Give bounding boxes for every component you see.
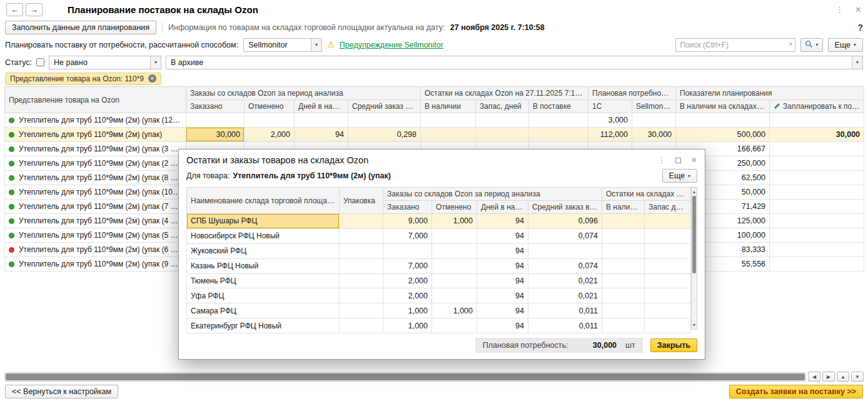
table-row[interactable]: Новосибирск РФЦ Новый7,000940,074 [187,228,691,243]
close-icon[interactable]: ✕ [855,5,862,14]
cell[interactable] [383,243,432,258]
cell[interactable]: 112,000 [588,128,632,142]
cell[interactable]: 1,000 [432,214,477,229]
status-value-combobox[interactable]: В архиве ▾ [166,56,863,69]
cell[interactable]: 94 [477,243,528,258]
cell[interactable] [770,171,864,185]
create-orders-button[interactable]: Создать заявки на поставку >> [729,385,863,398]
cell[interactable] [476,113,529,128]
pack-cell[interactable] [340,214,383,229]
cell[interactable] [602,243,645,258]
cell[interactable]: 1,000 [383,303,432,318]
column-header[interactable]: Дней в наличии [477,201,528,214]
cell[interactable]: 7,000 [383,228,432,243]
cell[interactable] [432,228,477,243]
modal-menu-icon[interactable]: ⋮ [658,156,665,165]
cell[interactable]: 1,000 [383,318,432,333]
warehouse-cell[interactable]: Тюмень РФЦ [187,273,340,288]
column-header[interactable]: В наличии [421,100,476,113]
cell[interactable] [602,303,645,318]
table-row[interactable]: Самара РФЦ1,0001,000940,011 [187,303,691,318]
clear-search-icon[interactable]: × [789,41,793,48]
product-cell[interactable]: Утеплитель для труб 110*9мм (2м) (упак (… [5,228,186,243]
table-row[interactable]: Екатеринбург РФЦ Новый1,000940,011 [187,318,691,333]
product-cell[interactable]: Утеплитель для труб 110*9мм (2м) (упак (… [5,113,186,128]
status-operator-combobox[interactable]: Не равно ▾ [49,56,161,69]
cell[interactable] [602,258,645,273]
more-button[interactable]: Еще ▾ [828,38,863,52]
warehouse-cell[interactable]: Жуковский РФЦ [187,243,340,258]
column-header-pack[interactable]: Упаковка [340,188,383,214]
cell[interactable] [432,288,477,303]
help-icon[interactable]: ? [857,23,863,33]
back-to-settings-button[interactable]: << Вернуться к настройкам [5,385,118,398]
cell[interactable] [676,113,770,128]
cell[interactable] [770,257,864,272]
column-header[interactable]: Отменено [432,201,477,214]
table-row[interactable]: Утеплитель для труб 110*9мм (2м) (упак)3… [5,128,864,142]
table-row[interactable]: Тюмень РФЦ2,000940,021 [187,273,691,288]
horizontal-scrollbar[interactable] [4,372,806,382]
chevron-down-icon[interactable]: ▾ [150,56,161,69]
product-cell[interactable]: Утеплитель для труб 110*9мм (2м) (упак (… [5,214,186,228]
column-header[interactable]: Дней в налич... [295,100,348,113]
cell[interactable] [432,258,477,273]
table-row[interactable]: Уфа РФЦ2,000940,021 [187,288,691,303]
cell[interactable] [645,228,691,243]
cell[interactable]: 2,000 [383,273,432,288]
cell[interactable] [528,243,602,258]
column-header-warehouse[interactable]: Наименование склада торговой площадки [187,188,340,214]
modal-vertical-scrollbar[interactable]: ▲ ▼ [691,187,697,330]
cell[interactable] [602,318,645,333]
remove-filter-icon[interactable]: ✕ [148,74,156,83]
modal-close-icon[interactable]: ✕ [691,156,697,165]
cell[interactable] [529,113,588,128]
scroll-right-button[interactable]: ▶ [822,372,835,382]
column-header[interactable]: Отменено [245,100,295,113]
column-header-product[interactable]: Представление товара на Ozon [5,87,186,113]
cell[interactable]: 0,074 [528,228,602,243]
cell[interactable]: 94 [477,303,528,318]
cell[interactable] [645,303,691,318]
cell[interactable]: 94 [477,214,528,229]
warehouse-cell[interactable]: Казань РФЦ Новый [187,258,340,273]
cell[interactable]: 0,021 [528,273,602,288]
column-header[interactable]: В поставке [529,100,588,113]
product-cell[interactable]: Утеплитель для труб 110*9мм (2м) (упак (… [5,200,186,214]
cell[interactable] [645,318,691,333]
maximize-icon[interactable] [675,158,681,163]
cell[interactable] [645,214,691,229]
cell[interactable] [770,200,864,214]
cell[interactable] [602,288,645,303]
pack-cell[interactable] [340,273,383,288]
column-header[interactable]: Запас дней [645,201,691,214]
search-button[interactable]: ▾ [800,38,823,52]
cell[interactable]: 0,298 [348,128,421,142]
product-cell[interactable]: Утеплитель для труб 110*9мм (2м) (упак (… [5,171,186,185]
table-row[interactable]: Жуковский РФЦ94 [187,243,691,258]
scrollbar-thumb[interactable] [692,196,696,273]
scrollbar-track[interactable] [692,196,697,321]
pack-cell[interactable] [340,258,383,273]
cell[interactable]: 94 [295,128,348,142]
scroll-down-icon[interactable]: ▼ [692,321,697,329]
cell[interactable] [432,273,477,288]
cell[interactable] [476,128,529,142]
cell[interactable] [770,113,864,128]
cell[interactable]: 9,000 [383,214,432,229]
modal-more-button[interactable]: Еще ▾ [662,169,697,183]
cell[interactable] [770,228,864,243]
column-header[interactable]: В наличии [602,201,645,214]
cell[interactable]: 2,000 [245,128,295,142]
scroll-left-button[interactable]: ◀ [808,372,820,382]
pack-cell[interactable] [340,243,383,258]
column-header[interactable]: Средний заказ в день [528,201,602,214]
cell[interactable]: 30,000 [186,128,245,142]
chevron-down-icon[interactable]: ▾ [311,39,321,51]
scroll-up-icon[interactable]: ▲ [692,188,697,196]
cell[interactable] [770,185,864,200]
cell[interactable] [602,214,645,229]
table-row[interactable]: СПБ Шушары РФЦ9,0001,000940,096 [187,214,691,229]
cell[interactable]: 0,011 [528,318,602,333]
column-header[interactable]: Средний заказ в день [348,100,421,113]
